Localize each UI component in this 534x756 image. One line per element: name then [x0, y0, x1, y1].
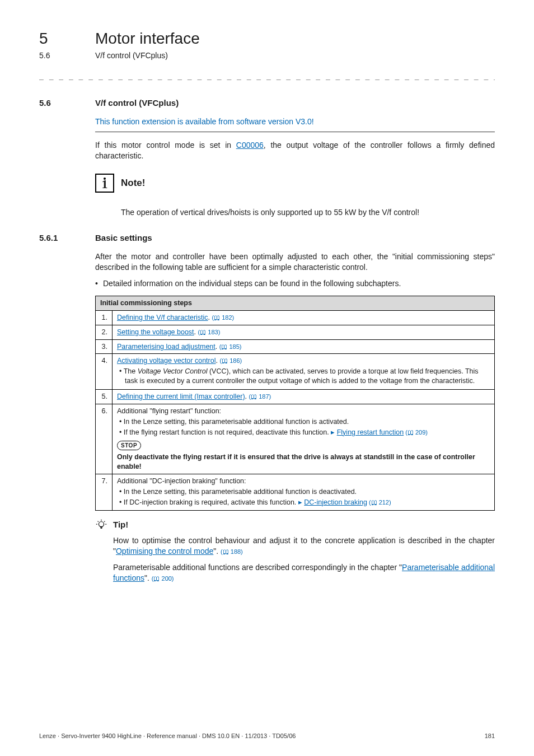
sub-bullet: In the Lenze setting, this parameterisab…: [119, 417, 490, 427]
step-number: 1.: [96, 310, 113, 325]
paragraph: After the motor and controller have been…: [95, 251, 495, 273]
text: .: [208, 314, 212, 321]
link-step[interactable]: Parameterising load adjustment: [117, 343, 216, 351]
extension-note: This function extension is available fro…: [95, 116, 495, 127]
step-cell: Parameterising load adjustment. (🕮 185): [113, 339, 495, 354]
link-flying-restart[interactable]: Flying restart function: [337, 428, 404, 436]
step-cell: Defining the V/f characteristic. (🕮 182): [113, 310, 495, 325]
tip-paragraph: How to optimise the control behaviour an…: [113, 535, 495, 557]
text: ".: [144, 573, 152, 582]
tip-paragraph: Parameterisable additional functions are…: [113, 562, 495, 584]
footer: Lenze · Servo-Inverter 9400 HighLine · R…: [39, 732, 495, 740]
section-5-6-1-heading: 5.6.1 Basic settings: [39, 232, 495, 244]
note-text: The operation of vertical drives/hoists …: [121, 207, 495, 218]
step-number: 3.: [96, 339, 113, 354]
link-step[interactable]: Defining the V/f characteristic: [117, 314, 208, 321]
table-row: 6. Additional "flying restart" function:…: [96, 404, 495, 474]
page-ref: (🕮 209): [404, 429, 428, 436]
page-ref: (🕮 212): [367, 499, 391, 506]
note-label: Note!: [121, 177, 145, 190]
chapter-number: 5: [39, 28, 95, 49]
step-number: 2.: [96, 325, 113, 339]
page-ref: (🕮 186): [219, 357, 242, 364]
separator-dashes: _ _ _ _ _ _ _ _ _ _ _ _ _ _ _ _ _ _ _ _ …: [39, 71, 495, 81]
text: .: [216, 343, 219, 351]
link-step[interactable]: Defining the current limit (Imax control…: [117, 393, 245, 400]
page-number: 181: [485, 732, 495, 740]
step-cell: Defining the current limit (Imax control…: [113, 390, 495, 404]
step-cell: Activating voltage vector control. (🕮 18…: [113, 354, 495, 390]
step-cell: Setting the voltage boost. (🕮 183): [113, 325, 495, 339]
text: Parameterisable additional functions are…: [113, 563, 402, 572]
rule: [95, 132, 495, 132]
text: Additional "DC-injection braking" functi…: [117, 477, 246, 485]
text: .: [194, 328, 198, 336]
table-row: 2. Setting the voltage boost. (🕮 183): [96, 325, 495, 339]
table-row: 1. Defining the V/f characteristic. (🕮 1…: [96, 310, 495, 325]
text: ".: [213, 547, 221, 556]
chapter-title: Motor interface: [95, 28, 200, 49]
commissioning-steps-table: Initial commissioning steps 1. Defining …: [95, 296, 495, 511]
bulb-icon: [95, 519, 107, 531]
step-number: 5.: [96, 390, 113, 404]
table-row: 7. Additional "DC-injection braking" fun…: [96, 474, 495, 511]
section-number: 5.6: [39, 97, 95, 109]
step-number: 4.: [96, 354, 113, 390]
page-ref: (🕮 188): [221, 548, 243, 555]
sub-bullet: If the flying restart function is not re…: [119, 428, 490, 437]
sub-number: 5.6: [39, 50, 95, 61]
text: If the flying restart function is not re…: [124, 428, 331, 436]
warning-text: Only deactivate the flying restart if it…: [117, 452, 490, 472]
step-cell: Additional "flying restart" function: In…: [113, 404, 495, 474]
text: If DC-injection braking is required, act…: [124, 498, 298, 506]
text: .: [245, 393, 249, 400]
sub-bullet: In the Lenze setting, this parameterisab…: [119, 487, 490, 497]
link-step[interactable]: Activating voltage vector control: [117, 357, 216, 365]
link-dc-injection[interactable]: DC-injection braking: [304, 498, 367, 506]
sub-header: 5.6 V/f control (VFCplus): [39, 50, 495, 61]
arrow-icon: ▸: [331, 428, 335, 436]
step-cell: Additional "DC-injection braking" functi…: [113, 474, 495, 511]
sub-title: V/f control (VFCplus): [95, 50, 168, 61]
table-header: Initial commissioning steps: [96, 296, 495, 310]
link-c00006[interactable]: C00006: [236, 141, 264, 150]
step-number: 7.: [96, 474, 113, 511]
page-ref: (🕮 200): [152, 575, 174, 582]
svg-point-0: [99, 522, 104, 527]
sub-bullet: If DC-injection braking is required, act…: [119, 498, 490, 507]
section-5-6-heading: 5.6 V/f control (VFCplus): [39, 97, 495, 109]
stop-badge: STOP: [117, 441, 141, 451]
table-row: 5. Defining the current limit (Imax cont…: [96, 390, 495, 404]
arrow-icon: ▸: [298, 498, 302, 506]
tip-row: Tip!: [95, 519, 495, 531]
text: The: [124, 367, 138, 375]
page-ref: (🕮 183): [198, 329, 221, 335]
section-number: 5.6.1: [39, 232, 95, 244]
text: If this motor control mode is set in: [95, 141, 236, 150]
section-title: Basic settings: [95, 232, 152, 244]
note-box: 1 Note!: [95, 174, 495, 193]
step-number: 6.: [96, 404, 113, 474]
link-optimising[interactable]: Optimising the control mode: [116, 547, 213, 556]
page-ref: (🕮 185): [219, 343, 242, 350]
table-row: 3. Parameterising load adjustment. (🕮 18…: [96, 339, 495, 354]
paragraph: If this motor control mode is set in C00…: [95, 140, 495, 161]
page-ref: (🕮 187): [249, 393, 271, 400]
tip-label: Tip!: [113, 519, 128, 530]
section-title: V/f control (VFCplus): [95, 97, 179, 109]
page-ref: (🕮 182): [212, 314, 235, 321]
table-row: 4. Activating voltage vector control. (🕮…: [96, 354, 495, 390]
sub-bullet: The Voltage Vector Control (VCC), which …: [119, 367, 490, 386]
italic-text: Voltage Vector Control: [138, 367, 208, 375]
info-icon: 1: [95, 174, 114, 193]
bullet-item: Detailed information on the individual s…: [95, 278, 495, 289]
footer-left: Lenze · Servo-Inverter 9400 HighLine · R…: [39, 732, 296, 740]
link-step[interactable]: Setting the voltage boost: [117, 328, 194, 336]
chapter-header: 5 Motor interface: [39, 28, 495, 49]
bullet-list: Detailed information on the individual s…: [95, 278, 495, 289]
text: Additional "flying restart" function:: [117, 407, 221, 415]
